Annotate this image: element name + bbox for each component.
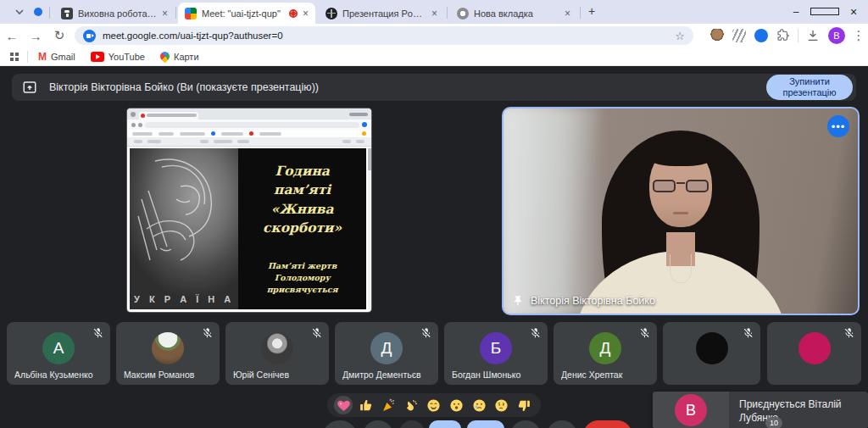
participant-tile[interactable]: Максим Романов [116,322,220,385]
raise-hand-button[interactable] [510,420,541,428]
slide-dedication: Пам’яті жертв Голодомору присвячується [238,260,366,297]
extension-dot-icon[interactable] [754,29,768,42]
toast-avatar: В [675,394,707,426]
globe-favicon-icon [326,8,337,19]
mic-off-icon [311,327,323,339]
tab-close-icon[interactable]: × [162,8,168,19]
slide-content: У К Р А Ї Н А Година пам’яті «Жнива скор… [130,148,366,309]
avatar: А [42,332,75,364]
avatar-photo [152,332,184,364]
avatar: Д [589,332,621,364]
reaction-clapping-hands-icon[interactable] [402,396,420,414]
shared-screen-bookmarks [127,130,371,137]
present-button[interactable] [467,420,504,428]
reaction-thumbs-up-icon[interactable] [357,396,376,414]
slide-text-panel: Година пам’яті «Жнива скорботи» Пам’яті … [238,148,366,309]
back-icon[interactable]: ← [0,29,24,43]
participant-name: Юрій Сенічев [233,370,324,380]
participant-tile[interactable]: Юрій Сенічев [225,322,329,385]
participant-tile[interactable]: А Альбіна Кузьменко [7,322,110,385]
reaction-surprised-face-icon[interactable] [448,396,466,414]
tab-new-tab[interactable]: Нова вкладка × [450,3,577,24]
participant-name: Максим Романов [124,370,214,380]
stop-presentation-button[interactable]: Зупинити презентацію [766,75,853,100]
participant-name: Дмитро Дементьєв [342,370,433,380]
tab-group-dot-icon[interactable] [34,8,42,16]
tab-powerpoint[interactable]: Презентация PowerPoint × [319,3,444,24]
bookmark-star-icon[interactable]: ☆ [675,30,685,42]
slide-artwork-mourning-figures: У К Р А Ї Н А [130,148,238,309]
shared-screen-browser-tabbar [127,108,371,120]
participant-tile[interactable]: Д Дмитро Дементьєв [335,322,438,385]
tab-close-icon[interactable]: × [303,8,309,19]
reactions-toggle-button[interactable] [429,420,461,428]
meet-main: Вікторія Вікторівна Бойко (Ви (показуєте… [0,66,868,428]
end-call-button[interactable] [583,420,632,428]
tab-title: Нова вкладка [474,8,559,19]
presenter-video-tile[interactable]: ••• Вікторія Вікторівна Бойко [502,107,860,315]
reactions-bar [327,393,541,417]
tab-close-icon[interactable]: × [565,8,570,19]
window-light [504,108,605,315]
avatar-photo [261,332,293,364]
reaction-face-with-tears-of-joy-icon[interactable] [425,396,443,414]
extension-owl-icon[interactable] [710,29,724,42]
joining-toast: В Приєднується Віталій Лубянко [653,392,868,428]
bookmark-youtube[interactable]: YouTube [91,52,145,62]
mic-off-icon [92,327,104,339]
url-text[interactable]: meet.google.com/uai-tjzt-qup?authuser=0 [103,31,668,41]
extensions-puzzle-icon[interactable] [776,29,790,42]
tab-title: Meet: "uai-tjzt-qup" [202,8,284,19]
avatar [798,332,831,364]
site-favicon-icon [83,30,96,42]
reaction-crying-face-icon[interactable] [470,396,488,414]
bookmark-gmail[interactable]: MGmail [38,51,75,63]
participant-tile[interactable]: Д Денис Хрептак [554,322,657,385]
participant-count-badge: 10 [765,417,782,428]
browser-tabstrip: Виховна робота гр. 12 × Meet: "uai-tjzt-… [0,0,868,24]
reaction-thinking-face-icon[interactable] [492,396,511,414]
mic-off-icon [530,327,542,339]
extension-lines-icon[interactable] [732,29,746,42]
window-minimize-button[interactable]: – [782,6,810,18]
tab-search-chevron-icon[interactable] [15,9,24,15]
mic-off-icon [843,327,855,339]
reload-icon[interactable]: ↻ [47,28,71,43]
window-close-button[interactable]: × [839,5,868,19]
tab-meet-active[interactable]: Meet: "uai-tjzt-qup" × [178,3,315,24]
shared-screen-addressbar [127,120,371,130]
downloads-icon[interactable] [806,29,820,42]
captions-button[interactable] [398,420,426,428]
address-bar[interactable]: meet.google.com/uai-tjzt-qup?authuser=0 … [75,26,693,45]
camera-button[interactable] [363,420,393,428]
apps-grid-icon[interactable] [10,53,19,61]
window-maximize-button[interactable] [810,6,839,18]
tab-vykhovna-robota[interactable]: Виховна робота гр. 12 × [54,3,175,24]
participant-tile[interactable]: Б Богдан Шмонько [444,322,548,385]
presenter-name-label: Вікторія Вікторівна Бойко [531,295,655,307]
participant-tile[interactable] [663,322,760,385]
participant-tile[interactable] [767,322,861,385]
more-controls-button[interactable] [547,420,577,428]
youtube-icon [91,52,104,62]
avatar [696,332,728,364]
tile-more-options-button[interactable]: ••• [827,115,849,137]
presentation-banner: Вікторія Вікторівна Бойко (Ви (показуєте… [12,74,856,101]
reaction-party-popper-icon[interactable] [380,396,398,414]
reaction-thumbs-down-icon[interactable] [515,396,534,414]
media-recording-indicator-icon [289,9,298,18]
participant-name: Денис Хрептак [561,370,652,380]
reaction-sparkling-heart-icon[interactable] [334,396,353,414]
participant-name: Богдан Шмонько [452,370,542,380]
forward-icon[interactable]: → [24,29,47,43]
new-tab-button[interactable]: + [588,4,595,18]
bookmark-maps[interactable]: Карти [160,52,199,62]
browser-menu-icon[interactable]: ⋮ [849,28,868,43]
browser-toolbar: ← → ↻ meet.google.com/uai-tjzt-qup?authu… [0,24,868,47]
profile-avatar[interactable]: B [828,27,845,44]
present-screen-icon [22,80,37,95]
tab-close-icon[interactable]: × [431,8,437,19]
mic-off-icon [420,327,432,339]
mic-button[interactable] [323,420,357,428]
gmail-icon: M [38,51,47,63]
